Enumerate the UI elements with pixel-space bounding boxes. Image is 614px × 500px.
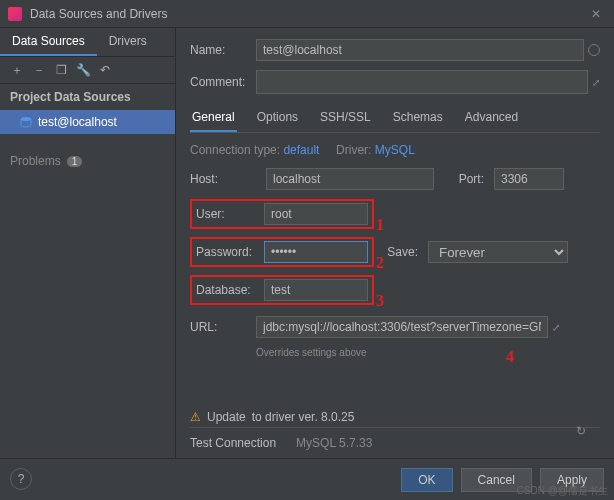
left-panel: Data Sources Drivers ＋ － ❐ 🔧 ↶ Project D… [0,28,176,458]
tab-data-sources[interactable]: Data Sources [0,28,97,56]
warning-row: ⚠ Update to driver ver. 8.0.25 [190,410,600,424]
app-logo-icon [8,7,22,21]
port-label: Port: [444,172,484,186]
remove-icon[interactable]: － [32,63,46,77]
save-label: Save: [384,245,418,259]
db-version: MySQL 5.7.33 [296,436,372,450]
copy-icon[interactable]: ❐ [54,63,68,77]
subtab-sshssl[interactable]: SSH/SSL [318,104,373,132]
test-connection-link[interactable]: Test Connection [190,436,276,450]
warning-icon: ⚠ [190,410,201,424]
password-label: Password: [196,245,254,259]
watermark: CSDN @@儒是书生 [517,484,608,498]
problems-label: Problems [10,154,61,168]
password-input[interactable] [264,241,368,263]
data-source-label: test@localhost [38,115,117,129]
status-indicator-icon [588,44,600,56]
revert-icon[interactable]: ↶ [98,63,112,77]
left-toolbar: ＋ － ❐ 🔧 ↶ [0,57,175,84]
subtab-general[interactable]: General [190,104,237,132]
connection-type-row: Connection type: default Driver: MySQL [190,143,600,157]
url-input[interactable] [256,316,548,338]
ok-button[interactable]: OK [401,468,452,492]
name-input[interactable] [256,39,584,61]
connection-type-link[interactable]: default [283,143,319,157]
port-input[interactable] [494,168,564,190]
database-input[interactable] [264,279,368,301]
tab-drivers[interactable]: Drivers [97,28,159,56]
problems-badge: 1 [67,156,83,167]
close-icon[interactable]: ✕ [586,7,606,21]
driver-link[interactable]: MySQL [375,143,415,157]
save-select[interactable]: Forever [428,241,568,263]
url-override-text: Overrides settings above [256,347,600,358]
host-label: Host: [190,172,256,186]
refresh-icon[interactable]: ↻ [576,424,586,438]
svg-point-0 [21,117,31,121]
subtabs: General Options SSH/SSL Schemas Advanced [190,104,600,133]
update-link[interactable]: Update [207,410,246,424]
name-label: Name: [190,43,256,57]
comment-input[interactable] [256,70,588,94]
subtab-advanced[interactable]: Advanced [463,104,520,132]
expand-icon[interactable]: ⤢ [592,77,600,88]
titlebar: Data Sources and Drivers ✕ [0,0,614,28]
section-header: Project Data Sources [0,84,175,110]
user-label: User: [196,207,254,221]
user-input[interactable] [264,203,368,225]
host-input[interactable] [266,168,434,190]
database-icon [20,116,32,128]
window-title: Data Sources and Drivers [30,7,586,21]
subtab-options[interactable]: Options [255,104,300,132]
url-expand-icon[interactable]: ⤢ [552,322,560,333]
data-source-item[interactable]: test@localhost [0,110,175,134]
wrench-icon[interactable]: 🔧 [76,63,90,77]
database-label: Database: [196,283,254,297]
comment-label: Comment: [190,75,256,89]
help-button[interactable]: ? [10,468,32,490]
problems-row[interactable]: Problems 1 [0,146,175,176]
subtab-schemas[interactable]: Schemas [391,104,445,132]
url-label: URL: [190,320,256,334]
warning-text: to driver ver. 8.0.25 [252,410,355,424]
right-panel: Name: Comment: ⤢ General Options SSH/SSL… [176,28,614,458]
add-icon[interactable]: ＋ [10,63,24,77]
